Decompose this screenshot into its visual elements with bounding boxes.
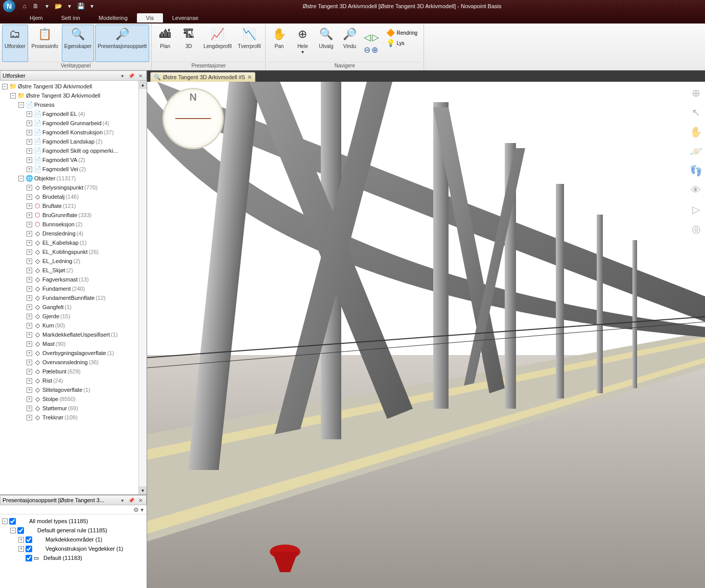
tree-row[interactable]: +◇Overbygningslagoverflate (1): [0, 348, 147, 358]
tree-row[interactable]: +⬡Bunnseksjon (2): [0, 220, 147, 229]
collapse-icon[interactable]: −: [10, 528, 16, 533]
home-icon[interactable]: ⌂: [20, 2, 29, 10]
expand-icon[interactable]: +: [27, 130, 32, 135]
zoom-in-icon[interactable]: ⊕: [371, 45, 378, 55]
tree-row[interactable]: +◇EL_Ledning (2): [0, 256, 147, 266]
tab-hjem[interactable]: Hjem: [20, 13, 52, 22]
tree-row[interactable]: +◇Drensledning (4): [0, 229, 147, 238]
expand-icon[interactable]: +: [27, 323, 32, 328]
expand-icon[interactable]: +: [27, 369, 32, 374]
expand-icon[interactable]: +: [18, 537, 24, 543]
save-icon[interactable]: 💾: [77, 2, 85, 10]
expand-icon[interactable]: +: [27, 194, 32, 200]
expand-icon[interactable]: +: [27, 139, 32, 145]
egenskaper-button[interactable]: 🔍 Egenskaper: [62, 25, 94, 62]
lys-button[interactable]: 💡 Lys: [384, 38, 419, 48]
expand-icon[interactable]: +: [27, 415, 32, 420]
close-icon[interactable]: ✕: [247, 74, 252, 81]
expand-icon[interactable]: +: [27, 231, 32, 237]
expand-icon[interactable]: +: [27, 350, 32, 356]
tree-row[interactable]: +📄Fagmodell Konstruksjon (37): [0, 128, 147, 137]
plan-button[interactable]: 🏙 Plan: [154, 25, 176, 62]
play-icon[interactable]: ▷: [689, 202, 703, 217]
tree-row[interactable]: +📄Fagmodell Skilt og oppmerki...: [0, 146, 147, 155]
expand-icon[interactable]: +: [27, 157, 32, 163]
expand-icon[interactable]: +: [27, 240, 32, 246]
expand-icon[interactable]: +: [27, 185, 32, 191]
expand-icon[interactable]: +: [27, 304, 32, 310]
expand-icon[interactable]: +: [27, 360, 32, 365]
expand-icon[interactable]: +: [27, 406, 32, 411]
app-icon[interactable]: N: [3, 0, 15, 12]
expand-icon[interactable]: +: [27, 387, 32, 393]
expand-icon[interactable]: +: [27, 314, 32, 319]
gear-icon[interactable]: ⚙ ▾: [133, 506, 144, 513]
tree-row[interactable]: +◇Belysningspunkt (770): [0, 183, 147, 192]
checkbox-default[interactable]: [26, 555, 32, 561]
expand-icon[interactable]: +: [27, 111, 32, 117]
zoom-extents-icon[interactable]: ⊕: [689, 86, 703, 100]
expand-icon[interactable]: +: [27, 249, 32, 255]
pan-hand-icon[interactable]: ✋: [689, 125, 703, 139]
pointer-icon[interactable]: ↖: [689, 105, 703, 120]
tree-row[interactable]: +◇FundamentBunnflate (12): [0, 293, 147, 302]
expand-icon[interactable]: +: [27, 295, 32, 301]
expand-icon[interactable]: +: [27, 121, 32, 126]
checkbox-vegkon[interactable]: [26, 546, 32, 552]
target-icon[interactable]: ◎: [689, 222, 703, 236]
collapse-icon[interactable]: −: [2, 519, 8, 524]
tree-row[interactable]: +◇Stolpe (8550): [0, 394, 147, 404]
chevron-down-icon[interactable]: ▾: [65, 2, 74, 10]
hele-button[interactable]: ⊕ Hele▾: [291, 25, 314, 62]
expand-icon[interactable]: +: [27, 167, 32, 172]
expand-icon[interactable]: +: [27, 222, 32, 227]
utvalg-button[interactable]: 🔍 Utvalg: [315, 25, 337, 62]
tree-row[interactable]: +◇Slitelagoverflate (1): [0, 385, 147, 394]
tree-row[interactable]: +◇Kum (90): [0, 321, 147, 330]
expand-icon[interactable]: +: [27, 277, 32, 283]
nav-back-icon[interactable]: ◁: [364, 32, 371, 43]
tree-row[interactable]: +◇Rist (24): [0, 376, 147, 385]
pan-button[interactable]: ✋ Pan: [268, 25, 290, 62]
expand-icon[interactable]: +: [27, 203, 32, 209]
prosessinfo-button[interactable]: 📋 Prosessinfo: [29, 25, 61, 62]
panel-dropdown-icon[interactable]: ▾: [119, 72, 126, 79]
lengdeprofil-button[interactable]: 📈 Lengdeprofil: [201, 25, 234, 62]
expand-icon[interactable]: +: [27, 341, 32, 347]
tree-row[interactable]: −📁Østre Tangent 3D Arkivmodell: [0, 91, 147, 100]
collapse-icon[interactable]: −: [18, 176, 24, 181]
expand-icon[interactable]: +: [18, 546, 24, 552]
tree-row[interactable]: −📄Prosess: [0, 100, 147, 109]
tree-row[interactable]: +⬡BruGrunnflate (333): [0, 210, 147, 220]
tab-modellering[interactable]: Modellering: [89, 13, 137, 22]
panel-dropdown-icon[interactable]: ▾: [119, 497, 126, 504]
checkbox-markdekke[interactable]: [26, 536, 32, 543]
collapse-icon[interactable]: −: [2, 84, 8, 89]
zoom-out-icon[interactable]: ⊖: [364, 45, 370, 55]
tree-row[interactable]: +📄Fagmodell Landskap (2): [0, 137, 147, 146]
presentation-tree[interactable]: − All model types (11185) − Default gene…: [0, 514, 147, 588]
collapse-icon[interactable]: −: [18, 102, 24, 108]
nav-forward-icon[interactable]: ▷: [372, 32, 379, 43]
expand-icon[interactable]: +: [27, 286, 32, 292]
tree-row[interactable]: −📁Østre Tangent 3D Arkivmodell: [0, 82, 147, 91]
scroll-down-icon[interactable]: ▼: [139, 486, 147, 495]
tree-row[interactable]: +◇Overvannsledning (36): [0, 358, 147, 367]
tree-row[interactable]: +◇Pælebunt (629): [0, 367, 147, 376]
tree-row[interactable]: +◇EL_Kabelskap (1): [0, 238, 147, 247]
tree-row[interactable]: +◇EL_Koblingspunkt (26): [0, 247, 147, 256]
expand-icon[interactable]: +: [27, 268, 32, 273]
3d-button[interactable]: 🏗 3D: [177, 25, 200, 62]
new-doc-icon[interactable]: 🗎: [32, 2, 40, 10]
chevron-down-icon[interactable]: ▾: [88, 2, 96, 10]
chevron-down-icon[interactable]: ▾: [43, 2, 51, 10]
checkbox-all-model[interactable]: [9, 518, 16, 525]
scroll-up-icon[interactable]: ▲: [139, 81, 147, 89]
panel-close-icon[interactable]: ✕: [137, 72, 144, 79]
compass[interactable]: N: [162, 88, 224, 149]
rendring-button[interactable]: 🔶 Rendring: [384, 28, 419, 38]
tree-row[interactable]: +📄Fagmodell Grunnarbeid (4): [0, 119, 147, 128]
tree-row[interactable]: +📄Fagmodell VA (2): [0, 155, 147, 164]
utforsker-button[interactable]: 🗂 Utforsker: [2, 25, 28, 62]
tree-row[interactable]: +◇Trekkrør (109): [0, 413, 147, 422]
